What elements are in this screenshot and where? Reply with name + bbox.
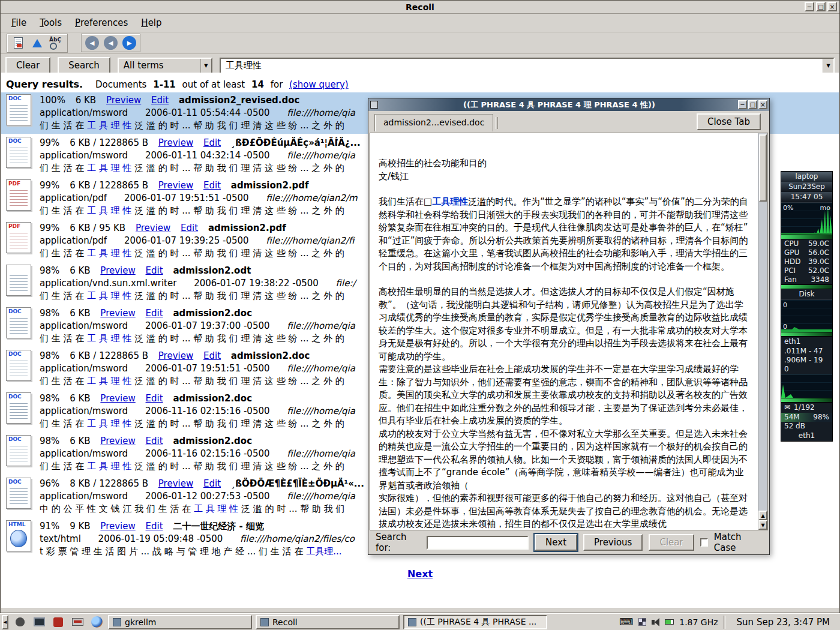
edit-link[interactable]: Edit: [203, 350, 221, 361]
result-url: file:///home/qia: [287, 491, 355, 502]
workspace-switcher-icon[interactable]: [638, 618, 646, 626]
preview-link[interactable]: Preview: [100, 521, 135, 532]
preview-title: ((工 PHRASE 4 具 PHRASE 4 理 PHRASE 4 性)): [380, 100, 738, 110]
preview-link[interactable]: Preview: [100, 265, 135, 276]
clear-search-icon[interactable]: [11, 36, 25, 50]
browser-launcher[interactable]: [89, 615, 104, 629]
taskbar-task[interactable]: Recoll: [256, 615, 400, 629]
preview-link[interactable]: Preview: [100, 436, 135, 446]
disk-title: Disk: [781, 289, 832, 299]
preview-link[interactable]: Preview: [158, 350, 193, 361]
scroll-down-icon[interactable]: ▼: [758, 520, 767, 530]
go-prev-icon[interactable]: ◀: [104, 36, 118, 50]
taskbar-task[interactable]: ((工 PHRASE 4 具 PHRASE ...: [403, 615, 547, 629]
menu-item[interactable]: Preferences: [69, 15, 134, 31]
keyboard-layout-icon[interactable]: ⌨: [619, 617, 633, 627]
menu-item[interactable]: File: [5, 15, 32, 31]
query-history-dropdown-icon[interactable]: ▼: [823, 59, 833, 73]
battery-icon[interactable]: [665, 619, 674, 625]
media-launcher[interactable]: [50, 615, 66, 629]
go-next-icon[interactable]: ▶: [122, 36, 136, 50]
search-button[interactable]: Search: [58, 57, 110, 74]
preview-link[interactable]: Preview: [158, 137, 193, 148]
file-type-label: PDF: [8, 181, 20, 187]
gkrellm-panel[interactable]: laptop Sun23Sep 15:47 05 0% mo CPU59.0C …: [781, 171, 833, 442]
preview-titlebar[interactable]: ((工 PHRASE 4 具 PHRASE 4 理 PHRASE 4 性)) −…: [368, 98, 769, 111]
show-query-link[interactable]: (show query): [289, 79, 349, 90]
scroll-up-icon[interactable]: ▲: [758, 511, 767, 520]
scrollbar-thumb[interactable]: [759, 134, 767, 202]
tray-divider: [724, 616, 725, 629]
paw-icon: [16, 617, 25, 626]
paragraph: [379, 183, 750, 196]
maximize-icon[interactable]: □: [748, 100, 757, 109]
paragraph: 实际很难），但他的素养和视野很可能更多的得于他自己的努力和经历。这对他自己（甚至…: [379, 492, 750, 530]
run-query-icon[interactable]: [30, 36, 44, 50]
file-type-label: DOC: [8, 138, 22, 144]
match-case-label: Match Case: [714, 532, 762, 553]
edit-link[interactable]: Edit: [146, 436, 163, 446]
file-type-label: DOC: [8, 479, 22, 485]
recoll-titlebar[interactable]: Recoll − □ ×: [1, 1, 839, 14]
edit-link[interactable]: Edit: [203, 137, 221, 148]
preview-link[interactable]: Preview: [106, 95, 141, 106]
edit-link[interactable]: Edit: [146, 521, 163, 532]
match-case-checkbox[interactable]: [700, 538, 708, 547]
result-url: file:///home/qia: [287, 320, 355, 331]
close-icon[interactable]: ×: [827, 2, 837, 11]
highlighted-term: 工 具 理 性: [87, 248, 131, 259]
search-mode-select[interactable]: All terms ▼: [118, 58, 212, 74]
term-explorer-icon[interactable]: ÂbÇ: [49, 36, 64, 50]
minimize-icon[interactable]: −: [738, 100, 747, 109]
edit-link[interactable]: Edit: [146, 308, 163, 319]
clear-button[interactable]: Clear: [5, 57, 50, 74]
highlighted-term: 工 具 理 性: [87, 120, 131, 131]
desktop: Recoll − □ × File Tools Preferences Help: [0, 0, 840, 630]
close-icon[interactable]: ×: [758, 100, 767, 109]
file-type-icon: DOC: [6, 392, 31, 424]
preview-link[interactable]: Preview: [136, 223, 170, 233]
net-title: eth1: [781, 337, 832, 347]
preview-tab[interactable]: admission2...evised.doc: [374, 114, 493, 131]
taskbar-task[interactable]: gkrellm: [108, 615, 252, 629]
speaker-icon[interactable]: [652, 618, 659, 626]
preview-link[interactable]: Preview: [158, 180, 193, 191]
find-next-button[interactable]: Next: [535, 534, 577, 551]
preview-link[interactable]: Preview: [100, 393, 135, 404]
edit-link[interactable]: Edit: [203, 478, 221, 489]
file-type-icon: DOC: [6, 94, 31, 125]
minimize-icon[interactable]: −: [805, 2, 814, 11]
preview-link[interactable]: Preview: [100, 308, 135, 319]
next-page-link[interactable]: Next: [401, 568, 439, 580]
result-url: file:///home/qian2/m: [266, 193, 357, 203]
search-for-label: Search for:: [376, 532, 421, 553]
preview-link[interactable]: Preview: [158, 478, 193, 489]
go-first-icon[interactable]: ◀: [85, 36, 99, 50]
highlighted-term: 工 具 理 性: [87, 333, 131, 344]
result-url: file:///home/qian2/fi: [266, 235, 354, 246]
scrollbar[interactable]: ▲ ▼: [758, 133, 767, 530]
query-input[interactable]: 工具理性 ▼: [220, 58, 835, 74]
file-type-icon: DOC: [6, 350, 31, 381]
find-previous-button[interactable]: Previous: [583, 534, 643, 551]
taskbar-clock[interactable]: Sun Sep 23, 3:47 PM: [731, 617, 836, 628]
edit-link[interactable]: Edit: [146, 393, 163, 404]
menu-item[interactable]: Help: [135, 15, 167, 31]
menu-launcher[interactable]: [12, 615, 28, 629]
find-input[interactable]: [427, 536, 529, 550]
menu-item[interactable]: Tools: [34, 15, 68, 31]
find-clear-button[interactable]: Clear: [649, 534, 694, 551]
result-snippet: 们 生 活 在 工 具 理 性 泛 滥 的 时 ... 帮 助 我 们 理 清 …: [40, 418, 370, 430]
edit-link[interactable]: Edit: [146, 265, 163, 276]
maximize-icon[interactable]: □: [816, 2, 826, 11]
terminal-launcher[interactable]: [31, 615, 47, 629]
menubar: File Tools Preferences Help: [1, 14, 839, 32]
sensor-row: Fan3348: [781, 275, 832, 284]
print-launcher[interactable]: [70, 615, 85, 629]
edit-link[interactable]: Edit: [203, 180, 221, 191]
edit-link[interactable]: Edit: [151, 95, 169, 106]
panel-hide-icon[interactable]: ◀: [2, 615, 8, 629]
mime-type: application/msword: [40, 320, 128, 331]
edit-link[interactable]: Edit: [181, 223, 198, 233]
close-tab-button[interactable]: Close Tab: [697, 113, 761, 130]
